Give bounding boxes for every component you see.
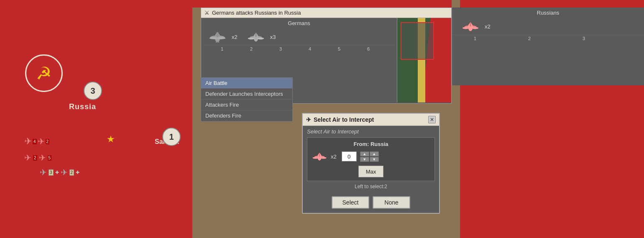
svg-point-14 <box>472 27 478 29</box>
svg-rect-15 <box>470 22 471 26</box>
from-russia-label: From: Russia <box>311 141 431 147</box>
intercept-dialog: ✈ Select Air to Intercept ✕ Select Air t… <box>302 113 440 214</box>
intercept-subtitle: Select Air to Intercept <box>303 126 439 136</box>
german-fighter-icon <box>246 30 266 44</box>
russian-column-numbers: 1 2 3 <box>452 35 644 42</box>
map-units-red2: ✈ 2 ✈ 5 <box>24 153 51 163</box>
red-territory-left <box>0 0 192 238</box>
battle-dialog-title: ⚔ Germans attacks Russians in Russia <box>201 8 451 18</box>
german-bomber-count: x2 <box>232 34 238 40</box>
spinner-up-pair: ▲ ▲ <box>360 151 379 156</box>
german-side-label: Germans <box>203 20 395 26</box>
russians-panel: Russians x2 1 2 3 <box>452 8 644 85</box>
russians-label: Russians <box>452 10 644 16</box>
battle-title-text: Germans attacks Russians in Russia <box>212 10 301 16</box>
russian-units-row: x2 <box>452 18 644 35</box>
russian-fighter-count: x2 <box>485 23 491 30</box>
max-button[interactable]: Max <box>358 166 383 177</box>
intercept-title-bar: ✈ Select Air to Intercept ✕ <box>303 114 439 126</box>
intercept-body: From: Russia x2 ▲ ▲ ▼ <box>303 136 439 194</box>
phase-defenders-fire[interactable]: Defenders Fire <box>201 110 292 121</box>
svg-point-2 <box>210 37 217 39</box>
phase-list: Air Battle Defender Launches Interceptor… <box>201 77 293 122</box>
svg-point-9 <box>257 38 264 40</box>
increment-up-btn[interactable]: ▲ <box>360 151 369 156</box>
russia-number-circle: 3 <box>84 82 102 100</box>
svg-rect-4 <box>217 32 219 37</box>
intercept-title-text: ✈ Select Air to Intercept <box>306 116 374 123</box>
svg-rect-10 <box>255 33 256 37</box>
none-button[interactable]: None <box>373 196 410 209</box>
intercept-footer: Select None <box>303 194 439 213</box>
intercept-title-label: Select Air to Intercept <box>314 116 374 123</box>
svg-point-18 <box>312 157 318 159</box>
german-fighter-count: x3 <box>270 34 276 40</box>
from-russia-box: From: Russia x2 ▲ ▲ ▼ <box>307 137 435 181</box>
svg-rect-5 <box>216 41 219 42</box>
russia-emblem: ☭ <box>25 54 63 92</box>
german-units-row: x2 x3 <box>203 28 395 45</box>
increment-up2-btn[interactable]: ▲ <box>370 151 379 156</box>
top-red-bar <box>192 0 452 8</box>
samara-number-circle: 1 <box>162 128 181 146</box>
intercept-unit-count: x2 <box>331 154 337 160</box>
phase-defender-launches[interactable]: Defender Launches Interceptors <box>201 89 292 100</box>
battle-map-area <box>397 18 451 102</box>
map-units-german: ✈ 3 ✚ ✈ 2 ✚ <box>40 167 79 177</box>
russia-label: Russia <box>69 102 96 111</box>
battle-icon: ⚔ <box>204 10 210 16</box>
decrement-down2-btn[interactable]: ▼ <box>370 157 379 162</box>
svg-rect-20 <box>319 153 320 156</box>
quantity-input[interactable] <box>342 151 357 161</box>
intercept-title-icon: ✈ <box>306 116 311 123</box>
spinner-down-pair: ▼ ▼ <box>360 157 379 162</box>
left-to-select: Left to select:2 <box>307 184 435 189</box>
decrement-down-btn[interactable]: ▼ <box>360 157 369 162</box>
svg-point-13 <box>463 27 469 29</box>
svg-point-19 <box>321 157 327 159</box>
german-bomber-icon <box>207 30 227 44</box>
russian-fighter-icon <box>460 20 480 33</box>
german-column-numbers: 1 2 3 4 5 6 <box>203 45 395 52</box>
map-units-red: ✈ 4 ✈ 2 <box>24 136 49 147</box>
intercept-unit-icon <box>311 151 328 162</box>
phase-air-battle[interactable]: Air Battle <box>201 78 292 89</box>
spinner-group: ▲ ▲ ▼ ▼ <box>360 151 379 162</box>
unit-selector-row: x2 ▲ ▲ ▼ ▼ <box>311 151 431 162</box>
battle-map-outline <box>401 22 434 60</box>
svg-point-3 <box>217 37 225 39</box>
star-icon: ★ <box>107 134 115 145</box>
close-button[interactable]: ✕ <box>428 116 436 123</box>
svg-point-8 <box>248 38 255 40</box>
phase-attackers-fire[interactable]: Attackers Fire <box>201 100 292 110</box>
select-button[interactable]: Select <box>332 196 369 209</box>
